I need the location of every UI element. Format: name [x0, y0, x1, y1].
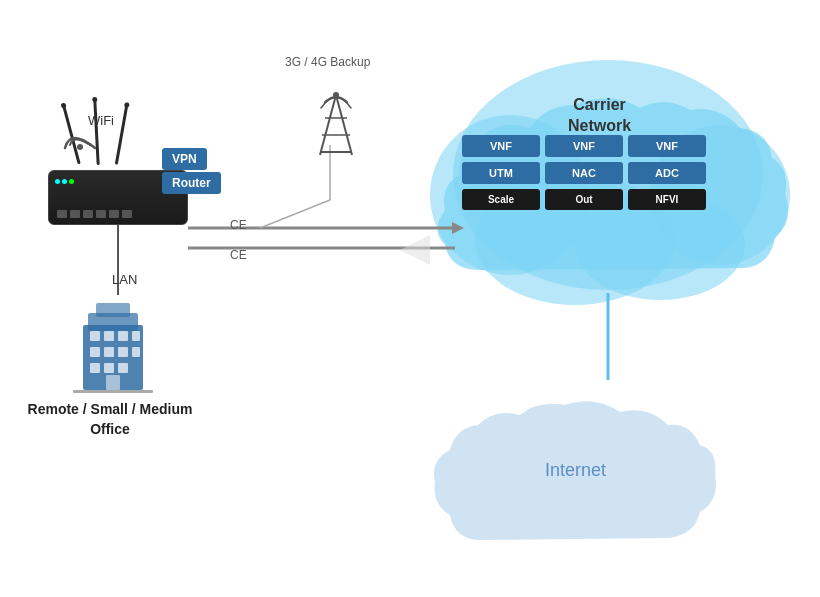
svg-rect-26 [106, 375, 120, 390]
svg-rect-23 [90, 363, 100, 373]
bg-arrow [400, 235, 430, 265]
backup-label: 3G / 4G Backup [285, 55, 370, 69]
svg-point-11 [333, 92, 339, 98]
ce-label-2: CE [230, 248, 247, 262]
svg-rect-25 [118, 363, 128, 373]
svg-rect-17 [118, 331, 128, 341]
vnf-grid: VNF VNF VNF UTM NAC ADC Scale Out NFVI [462, 135, 706, 210]
network-diagram: WiFi VPN Router 3G / 4G Backup [0, 0, 820, 597]
svg-rect-21 [118, 347, 128, 357]
carrier-line2: Network [568, 117, 631, 134]
carrier-network-label: Carrier Network [568, 95, 631, 137]
tower-icon [315, 90, 357, 164]
svg-point-5 [77, 144, 83, 150]
adc-box: ADC [628, 162, 706, 184]
svg-line-7 [336, 95, 352, 155]
svg-rect-16 [104, 331, 114, 341]
router-ports [57, 210, 132, 218]
svg-rect-18 [132, 331, 140, 341]
svg-rect-27 [73, 390, 153, 393]
vpn-box: VPN [162, 148, 207, 170]
building-icon [68, 295, 158, 399]
wifi-label: WiFi [88, 113, 114, 128]
router-label-box: Router [162, 172, 221, 194]
vnf-box-3: VNF [628, 135, 706, 157]
carrier-line1: Carrier [573, 96, 625, 113]
lan-label: LAN [112, 272, 137, 287]
svg-line-6 [320, 95, 336, 155]
svg-rect-19 [90, 347, 100, 357]
svg-rect-24 [104, 363, 114, 373]
utm-box: UTM [462, 162, 540, 184]
office-line1: Remote / Small / Medium [28, 401, 193, 417]
router-leds-row [55, 179, 74, 184]
svg-rect-22 [132, 347, 140, 357]
nac-box: NAC [545, 162, 623, 184]
scale-box: Scale [462, 189, 540, 210]
ce-label-1: CE [230, 218, 247, 232]
internet-label: Internet [545, 460, 606, 481]
out-box: Out [545, 189, 623, 210]
vnf-box-2: VNF [545, 135, 623, 157]
office-line2: Office [90, 421, 130, 437]
nfvi-box: NFVI [628, 189, 706, 210]
svg-rect-20 [104, 347, 114, 357]
svg-rect-14 [96, 303, 130, 317]
svg-rect-15 [90, 331, 100, 341]
ce-arrow-1 [452, 222, 464, 234]
antenna-right [115, 105, 128, 165]
vnf-box-1: VNF [462, 135, 540, 157]
office-label: Remote / Small / Medium Office [20, 400, 200, 439]
